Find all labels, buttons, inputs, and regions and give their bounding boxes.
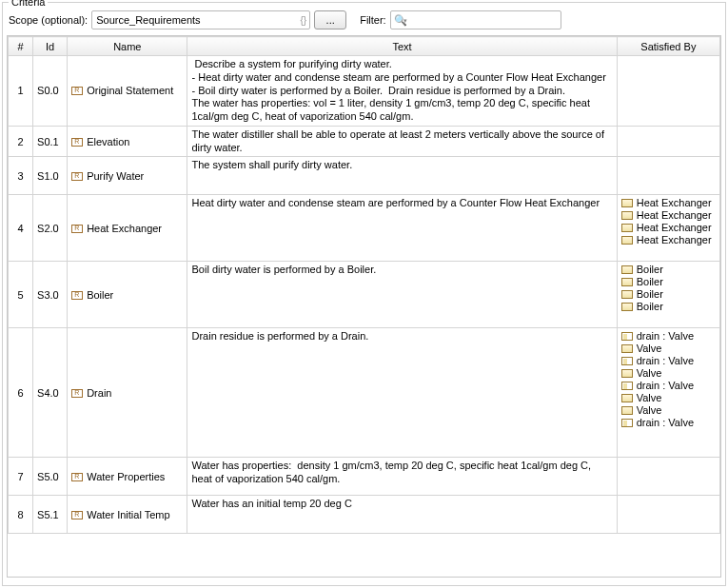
requirement-icon [71, 511, 83, 519]
cell-num: 1 [9, 56, 33, 127]
cell-text: The system shall purify dirty water. [187, 157, 617, 195]
block-icon [621, 394, 633, 402]
part-icon [621, 419, 633, 427]
cell-satisfied [617, 126, 719, 157]
requirement-icon [71, 138, 83, 147]
requirement-icon [71, 473, 83, 481]
satisfied-item[interactable]: drain : Valve [621, 330, 716, 342]
cell-satisfied [617, 458, 719, 496]
table-row[interactable]: 4S2.0Heat ExchangerHeat dirty water and … [9, 195, 720, 262]
cell-satisfied: Heat ExchangerHeat ExchangerHeat Exchang… [617, 195, 719, 262]
scope-browse-button[interactable]: ... [314, 10, 346, 29]
cell-satisfied [617, 56, 719, 127]
block-icon [621, 265, 633, 274]
part-icon [621, 382, 633, 390]
scope-input[interactable] [91, 10, 310, 29]
cell-id: S5.0 [33, 458, 68, 496]
cell-id: S3.0 [33, 262, 68, 328]
cell-text: Drain residue is performed by a Drain. [187, 328, 617, 458]
satisfied-item[interactable]: Boiler [621, 264, 716, 275]
cell-num: 4 [9, 195, 33, 262]
part-icon [621, 332, 633, 341]
col-header-text[interactable]: Text [187, 37, 617, 56]
table-row[interactable]: 5S3.0BoilerBoil dirty water is performed… [9, 262, 720, 328]
criteria-group: Criteria Scope (optional): {} ... Filter… [2, 2, 726, 586]
satisfied-item[interactable]: Heat Exchanger [621, 234, 716, 245]
cell-num: 8 [9, 496, 33, 534]
col-header-name[interactable]: Name [68, 37, 187, 56]
filter-label: Filter: [360, 14, 386, 26]
cell-name: Water Initial Temp [68, 496, 187, 534]
satisfied-item[interactable]: Boiler [621, 288, 716, 300]
col-header-id[interactable]: Id [33, 37, 68, 56]
satisfied-item[interactable]: Valve [621, 392, 716, 403]
cell-num: 6 [9, 328, 33, 458]
cell-name: Heat Exchanger [68, 195, 187, 262]
satisfied-item[interactable]: Valve [621, 343, 716, 354]
cell-id: S5.1 [33, 496, 68, 534]
satisfied-item[interactable]: Heat Exchanger [621, 197, 716, 208]
block-icon [621, 278, 633, 286]
cell-text: Boil dirty water is performed by a Boile… [187, 262, 617, 328]
block-icon [621, 369, 633, 378]
block-icon [621, 303, 633, 311]
block-icon [621, 236, 633, 245]
cell-text: Heat dirty water and condense steam are … [187, 195, 617, 262]
block-icon [621, 199, 633, 207]
scope-label: Scope (optional): [9, 14, 88, 26]
criteria-table-wrap: # Id Name Text Satisfied By 1S0.0Origina… [7, 35, 721, 578]
table-row[interactable]: 6S4.0DrainDrain residue is performed by … [9, 328, 720, 458]
cell-text: Water has an initial temp 20 deg C [187, 496, 617, 534]
table-row[interactable]: 1S0.0Original Statement Describe a syste… [9, 56, 720, 127]
satisfied-item[interactable]: Heat Exchanger [621, 222, 716, 233]
satisfied-item[interactable]: Valve [621, 404, 716, 416]
table-header-row: # Id Name Text Satisfied By [9, 37, 720, 56]
cell-text: Describe a system for purifying dirty wa… [187, 56, 617, 127]
cell-num: 3 [9, 157, 33, 195]
cell-satisfied [617, 496, 719, 534]
satisfied-item[interactable]: Heat Exchanger [621, 209, 716, 221]
cell-name: Drain [68, 328, 187, 458]
cell-num: 5 [9, 262, 33, 328]
satisfied-item[interactable]: Valve [621, 367, 716, 379]
cell-id: S0.0 [33, 56, 68, 127]
block-icon [621, 406, 633, 415]
cell-name: Purify Water [68, 157, 187, 195]
requirement-icon [71, 225, 83, 233]
table-row[interactable]: 3S1.0Purify WaterThe system shall purify… [9, 157, 720, 195]
satisfied-item[interactable]: Boiler [621, 276, 716, 287]
cell-num: 7 [9, 458, 33, 496]
requirement-icon [71, 389, 83, 398]
requirement-icon [71, 291, 83, 300]
filter-input[interactable] [390, 10, 561, 29]
cell-name: Elevation [68, 126, 187, 157]
satisfied-item[interactable]: drain : Valve [621, 417, 716, 428]
col-header-satisfied[interactable]: Satisfied By [617, 37, 719, 56]
cell-id: S0.1 [33, 126, 68, 157]
cell-id: S1.0 [33, 157, 68, 195]
cell-name: Original Statement [68, 56, 187, 127]
cell-satisfied: drain : ValveValvedrain : ValveValvedrai… [617, 328, 719, 458]
cell-satisfied: BoilerBoilerBoilerBoiler [617, 262, 719, 328]
block-icon [621, 211, 633, 220]
table-row[interactable]: 2S0.1ElevationThe water distiller shall … [9, 126, 720, 157]
cell-name: Water Properties [68, 458, 187, 496]
satisfied-item[interactable]: drain : Valve [621, 355, 716, 366]
table-row[interactable]: 7S5.0Water PropertiesWater has propertie… [9, 458, 720, 496]
cell-satisfied [617, 157, 719, 195]
block-icon [621, 290, 633, 299]
satisfied-item[interactable]: Boiler [621, 301, 716, 312]
requirement-icon [71, 172, 83, 181]
col-header-num[interactable]: # [9, 37, 33, 56]
part-icon [621, 357, 633, 365]
satisfied-item[interactable]: drain : Valve [621, 380, 716, 391]
cell-id: S2.0 [33, 195, 68, 262]
group-title: Criteria [9, 0, 48, 8]
cell-id: S4.0 [33, 328, 68, 458]
toolbar: Scope (optional): {} ... Filter: 🔍 ▾ [7, 9, 721, 35]
cell-text: Water has properties: density 1 gm/cm3, … [187, 458, 617, 496]
cell-num: 2 [9, 126, 33, 157]
table-row[interactable]: 8S5.1Water Initial TempWater has an init… [9, 496, 720, 534]
requirement-icon [71, 87, 83, 95]
block-icon [621, 344, 633, 353]
